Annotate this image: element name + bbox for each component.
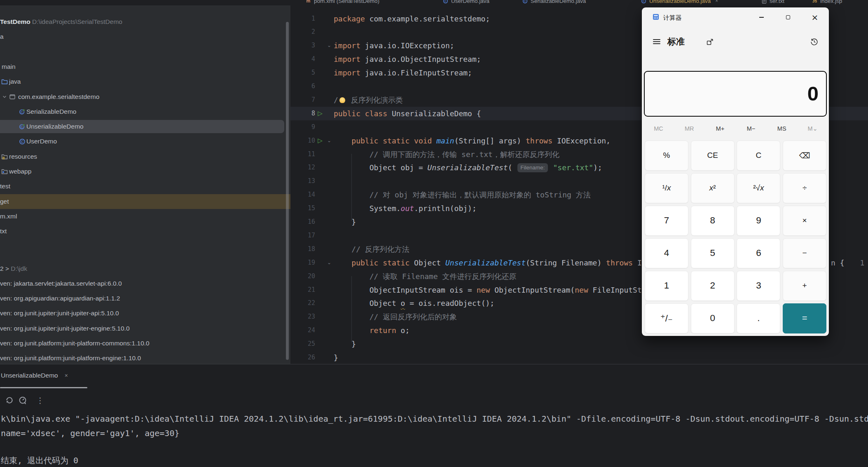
tree-row-lib-junit-jupiter-engine[interactable]: ven: org.junit.jupiter:junit-jupiter-eng… <box>0 321 290 336</box>
tree-row-target-folder[interactable]: get <box>0 194 290 209</box>
maximize-button[interactable] <box>779 10 798 25</box>
calc-button-negate[interactable]: ⁺/₋ <box>645 303 688 333</box>
run-gutter-icon[interactable]: ▷ <box>316 134 324 148</box>
rerun-icon[interactable] <box>5 396 14 405</box>
svg-text:C: C <box>643 0 645 3</box>
tree-row-lib-junit-platform-commons[interactable]: ven: org.junit.platform:junit-platform-c… <box>0 336 290 351</box>
tree-row-java-folder[interactable]: java <box>0 74 290 89</box>
tree-row-webapp-folder[interactable]: webapp <box>0 164 290 179</box>
editor-tab-userdemo-java[interactable]: CUserDemo.java <box>443 0 489 5</box>
tree-row-lib-apiguardian[interactable]: ven: org.apiguardian:apiguardian-api:1.1… <box>0 291 290 306</box>
editor-tab-serializabledemo-java[interactable]: CSerializableDemo.java <box>522 0 586 5</box>
line-number: 24 <box>294 324 315 337</box>
memory-store-button[interactable]: MS <box>766 122 797 135</box>
calc-button-decimal[interactable]: . <box>737 303 780 333</box>
calc-button-7[interactable]: 7 <box>645 206 688 236</box>
tree-row-pom-xml-file[interactable]: m.xml <box>0 209 290 224</box>
line-number: 3 <box>294 39 315 52</box>
calc-button-0[interactable]: 0 <box>691 303 735 333</box>
calc-button-reciprocal[interactable]: ¹/x <box>645 173 688 203</box>
tree-row-lib-junit-platform-engine[interactable]: ven: org.junit.platform:junit-platform-e… <box>0 351 290 364</box>
memory-clear-button[interactable]: MC <box>643 122 674 135</box>
project-scrollbar[interactable] <box>286 22 289 360</box>
calc-button-1[interactable]: 1 <box>645 271 688 301</box>
calc-button-add[interactable]: + <box>783 271 826 301</box>
tree-row-label: com.example.serialtestdemo <box>18 93 99 101</box>
lightbulb-icon[interactable] <box>339 97 345 103</box>
menu-hamburger-icon[interactable] <box>653 39 660 46</box>
chevron-down-icon[interactable] <box>2 94 7 99</box>
fold-chevron-icon[interactable]: ⌄ <box>326 39 332 52</box>
line-number: 6 <box>294 80 315 93</box>
fold-chevron-icon[interactable]: ⌄ <box>326 256 332 270</box>
tree-row-label: UserDemo <box>26 138 57 145</box>
tree-row-lib-jakarta-servlet[interactable]: ven: jakarta.servlet:jakarta.servlet-api… <box>0 276 290 291</box>
editor-tab-label: SerializableDemo.java <box>531 0 586 4</box>
calc-button-2[interactable]: 2 <box>691 271 735 301</box>
calc-button-6[interactable]: 6 <box>737 238 780 268</box>
editor-tab-unserializabledemo-java[interactable]: CUnserializableDemo.java× <box>641 0 718 5</box>
more-options-icon[interactable]: ⋮ <box>36 396 44 405</box>
tree-row-class-serializabledemo[interactable]: CSerializableDemo <box>0 104 290 119</box>
calc-button-8[interactable]: 8 <box>691 206 735 236</box>
history-icon[interactable] <box>810 38 819 48</box>
tree-row-class-unserializabledemo[interactable]: CUnserializableDemo <box>0 119 290 134</box>
memory-add-button[interactable]: M+ <box>705 122 736 135</box>
tree-row-class-userdemo[interactable]: CUserDemo <box>0 134 290 149</box>
calc-button-subtract[interactable]: − <box>783 238 826 268</box>
run-tab[interactable]: UnserializableDemo × <box>1 372 68 379</box>
editor-overflow-fragment: n {1 <box>831 256 864 270</box>
calc-button-divide[interactable]: ÷ <box>783 173 826 203</box>
keep-on-top-icon[interactable] <box>706 38 714 47</box>
calc-button-5[interactable]: 5 <box>691 238 735 268</box>
calc-button-square[interactable]: x² <box>691 173 735 203</box>
tree-row-idea-folder[interactable]: a <box>0 29 290 44</box>
tree-row-label: SerializableDemo <box>26 108 76 115</box>
tree-row-lib-junit-jupiter-api[interactable]: ven: org.junit.jupiter:junit-jupiter-api… <box>0 306 290 321</box>
calc-button-4[interactable]: 4 <box>645 238 688 268</box>
fold-chevron-icon[interactable]: ⌄ <box>326 134 332 148</box>
calc-button-equals[interactable]: = <box>783 303 826 333</box>
tree-row-resources-folder[interactable]: resources <box>0 149 290 164</box>
editor-tab-ser-txt[interactable]: ser.txt <box>761 0 784 5</box>
run-gutter-icon[interactable]: ▷ <box>316 107 324 120</box>
tree-row-project-root[interactable]: TestDemo D:\ideaProjects\SerialTestDemo <box>0 14 290 29</box>
code-line: } <box>334 337 356 351</box>
close-button[interactable]: × <box>805 10 824 25</box>
close-icon[interactable]: × <box>715 0 718 4</box>
calc-button-percent[interactable]: % <box>645 141 688 171</box>
memory-bar: MCMRM+M−MSM⌄ <box>643 122 828 135</box>
line-number: 23 <box>294 310 315 324</box>
line-number: 12 <box>294 161 315 174</box>
code-line: // 对 obj 对象进行输出，默认调用原始对象的 toString 方法 <box>334 188 591 202</box>
tree-row-package-com-example-serialtestdemo[interactable]: com.example.serialtestdemo <box>0 89 290 104</box>
calc-button-backspace[interactable]: ⌫ <box>783 141 826 171</box>
tree-row-test-folder[interactable]: test <box>0 179 290 194</box>
calc-button-clear[interactable]: C <box>737 141 780 171</box>
memory-recall-button[interactable]: MR <box>674 122 705 135</box>
editor-tab-index-jsp[interactable]: JSindex.jsp <box>812 0 842 5</box>
memory-subtract-button[interactable]: M− <box>736 122 767 135</box>
calc-button-square-root[interactable]: ²√x <box>737 173 780 203</box>
tree-row-main-folder[interactable]: main <box>0 59 290 74</box>
code-line: // 返回反序列化后的对象 <box>334 310 457 324</box>
profiler-gauge-icon[interactable] <box>18 396 27 405</box>
code-line: import java.io.IOException; <box>334 39 454 52</box>
tree-row-label: txt <box>0 228 7 235</box>
calc-button-clear-entry[interactable]: CE <box>691 141 735 171</box>
calc-button-9[interactable]: 9 <box>737 206 780 236</box>
close-icon[interactable]: × <box>65 372 68 379</box>
editor-tab-pom-xml-serialtestdemo[interactable]: mpom.xml (SerialTestDemo) <box>306 0 379 5</box>
line-number: 22 <box>294 296 315 310</box>
line-number: 7 <box>294 93 315 107</box>
minimize-button[interactable] <box>752 10 771 25</box>
tree-row-label: ven: org.junit.platform:junit-platform-e… <box>0 354 141 362</box>
editor-tab-label: index.jsp <box>820 0 842 4</box>
code-line: Object o = ois.readObject(); <box>334 296 494 310</box>
tree-row-ser-txt-file[interactable]: txt <box>0 224 290 239</box>
calc-button-3[interactable]: 3 <box>737 271 780 301</box>
code-line: Object obj = UnserializableTest( Filenam… <box>334 161 602 174</box>
calc-button-multiply[interactable]: × <box>783 206 826 236</box>
tree-row-jdk-library[interactable]: 2 > D:\jdk <box>0 261 290 276</box>
memory-menu-button[interactable]: M⌄ <box>797 122 828 135</box>
